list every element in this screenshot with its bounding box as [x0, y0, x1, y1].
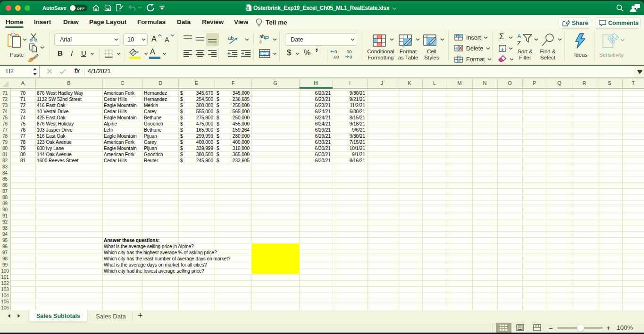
svg-text:0: 0: [350, 54, 352, 59]
svg-text:.00: .00: [333, 54, 339, 59]
svg-text:Z: Z: [517, 40, 521, 47]
svg-text:A: A: [517, 33, 521, 40]
svg-text:c: c: [259, 39, 262, 44]
svg-text:ab: ab: [228, 35, 234, 41]
svg-text:0: 0: [335, 49, 337, 54]
svg-text:.00: .00: [345, 49, 351, 54]
